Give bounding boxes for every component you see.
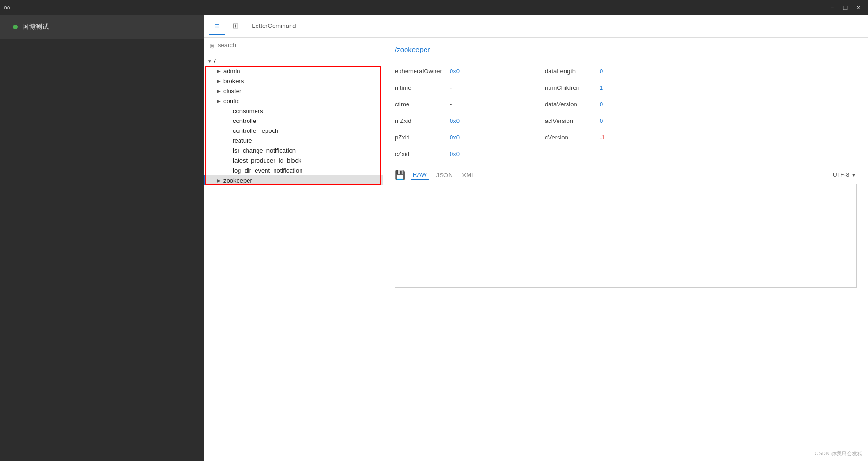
tab-tree[interactable]: ≡ [209, 18, 225, 35]
controller-epoch-arrow: ▶ [226, 128, 233, 133]
tree-children: ▶ admin ▶ brokers ▶ cl [204, 66, 383, 185]
tree-node-controller[interactable]: ▶ controller [204, 116, 383, 126]
brokers-arrow: ▶ [217, 78, 223, 84]
selected-accent [204, 175, 205, 185]
detail-row-mZxid: mZxid 0x0 [395, 113, 460, 129]
tree-node-log-dir[interactable]: ▶ log_dir_event_notification [204, 165, 383, 175]
detail-row-pZxid: pZxid 0x0 [395, 129, 460, 146]
key-cVersion: cVersion [545, 134, 592, 141]
val-cZxid: 0x0 [450, 150, 460, 157]
maximize-button[interactable]: □ [840, 2, 851, 13]
encoding-label: UTF-8 [833, 172, 849, 178]
detail-left-col: ephemeralOwner 0x0 mtime - ctime - mZx [395, 63, 460, 162]
title-bar-text: oo [4, 4, 10, 11]
latest-producer-label: latest_producer_id_block [233, 157, 379, 164]
tree-node-isr[interactable]: ▶ isr_change_notification [204, 146, 383, 156]
val-dataLength: 0 [600, 68, 603, 75]
val-pZxid: 0x0 [450, 134, 460, 141]
log-dir-arrow: ▶ [226, 168, 233, 173]
detail-row-cVersion: cVersion -1 [545, 129, 605, 146]
detail-right-col: dataLength 0 numChildren 1 dataVersion 0 [545, 63, 605, 162]
val-ctime: - [450, 101, 452, 108]
editor-toolbar: 💾 RAW JSON XML UTF-8 ▼ [395, 170, 857, 180]
tree-node-admin[interactable]: ▶ admin [204, 66, 383, 76]
admin-arrow: ▶ [217, 69, 223, 74]
encoding-select[interactable]: UTF-8 ▼ [833, 172, 857, 178]
cluster-label: cluster [223, 87, 379, 95]
tree-node-feature[interactable]: ▶ feature [204, 136, 383, 146]
admin-label: admin [223, 68, 379, 75]
key-pZxid: pZxid [395, 134, 442, 141]
key-mtime: mtime [395, 84, 442, 91]
detail-fields-container: ephemeralOwner 0x0 mtime - ctime - mZx [395, 63, 857, 162]
val-numChildren: 1 [600, 84, 603, 91]
detail-row-cZxid: cZxid 0x0 [395, 146, 460, 162]
tab-bar: ≡ ⊞ LetterCommand [204, 15, 868, 38]
feature-arrow: ▶ [226, 138, 233, 143]
key-dataLength: dataLength [545, 68, 592, 75]
consumers-label: consumers [233, 107, 379, 114]
config-arrow: ▶ [217, 98, 223, 104]
zookeeper-arrow: ▶ [217, 178, 223, 183]
tab-letter-command[interactable]: LetterCommand [246, 18, 301, 34]
sidebar: 国博测试 [0, 15, 204, 461]
tree-node-controller-epoch[interactable]: ▶ controller_epoch [204, 126, 383, 136]
root-label: / [214, 58, 379, 65]
editor-content-box[interactable] [395, 184, 857, 288]
connection-name: 国博测试 [22, 23, 49, 31]
main-container: 国博测试 ≡ ⊞ LetterCommand ⊜ [0, 15, 868, 461]
title-bar-controls: − □ ✕ [826, 2, 864, 13]
key-mZxid: mZxid [395, 117, 442, 124]
val-aclVersion: 0 [600, 117, 603, 124]
watermark: CSDN @我只会发狐 [815, 450, 862, 457]
tab-letter-command-label: LetterCommand [252, 22, 296, 29]
title-bar: oo − □ ✕ [0, 0, 868, 15]
connection-status-dot [13, 25, 18, 29]
search-input[interactable] [218, 42, 377, 50]
tree-container[interactable]: ▼ / ▶ admin [204, 54, 383, 461]
sidebar-connection-item[interactable]: 国博测试 [0, 15, 204, 39]
brokers-label: brokers [223, 78, 379, 85]
key-ctime: ctime [395, 101, 442, 108]
tree-node-brokers[interactable]: ▶ brokers [204, 76, 383, 86]
tree-root[interactable]: ▼ / [204, 56, 383, 66]
key-dataVersion: dataVersion [545, 101, 592, 108]
content-area: ⊜ ▼ / [204, 38, 868, 461]
feature-label: feature [233, 137, 379, 144]
config-label: config [223, 97, 379, 104]
close-button[interactable]: ✕ [853, 2, 864, 13]
detail-row-aclVersion: aclVersion 0 [545, 113, 605, 129]
root-arrow: ▼ [207, 59, 214, 64]
isr-label: isr_change_notification [233, 147, 379, 154]
save-icon[interactable]: 💾 [395, 170, 405, 180]
tree-node-consumers[interactable]: ▶ consumers [204, 106, 383, 116]
controller-arrow: ▶ [226, 118, 233, 123]
tree-panel: ⊜ ▼ / [204, 38, 383, 461]
key-ephemeralOwner: ephemeralOwner [395, 68, 442, 75]
minimize-button[interactable]: − [826, 2, 838, 13]
tree-node-config[interactable]: ▶ config [204, 96, 383, 106]
tree-node-zookeeper[interactable]: ▶ zookeeper [204, 175, 383, 185]
detail-row-ephemeralOwner: ephemeralOwner 0x0 [395, 63, 460, 79]
isr-arrow: ▶ [226, 148, 233, 153]
controller-epoch-label: controller_epoch [233, 127, 379, 134]
key-cZxid: cZxid [395, 150, 442, 157]
data-editor: 💾 RAW JSON XML UTF-8 ▼ [395, 170, 857, 288]
cluster-arrow: ▶ [217, 88, 223, 94]
search-bar: ⊜ [204, 38, 383, 54]
detail-row-ctime: ctime - [395, 96, 460, 113]
editor-tab-raw[interactable]: RAW [411, 170, 429, 180]
editor-tab-xml[interactable]: XML [461, 171, 477, 180]
encoding-chevron-icon: ▼ [851, 172, 857, 178]
latest-producer-arrow: ▶ [226, 158, 233, 163]
val-dataVersion: 0 [600, 101, 603, 108]
tree-node-latest-producer[interactable]: ▶ latest_producer_id_block [204, 156, 383, 165]
detail-row-dataVersion: dataVersion 0 [545, 96, 605, 113]
right-panel: ≡ ⊞ LetterCommand ⊜ [204, 15, 868, 461]
val-cVersion: -1 [600, 134, 605, 141]
val-mZxid: 0x0 [450, 117, 460, 124]
detail-row-dataLength: dataLength 0 [545, 63, 605, 79]
tree-node-cluster[interactable]: ▶ cluster [204, 86, 383, 96]
tab-image[interactable]: ⊞ [227, 17, 244, 35]
editor-tab-json[interactable]: JSON [434, 171, 455, 180]
